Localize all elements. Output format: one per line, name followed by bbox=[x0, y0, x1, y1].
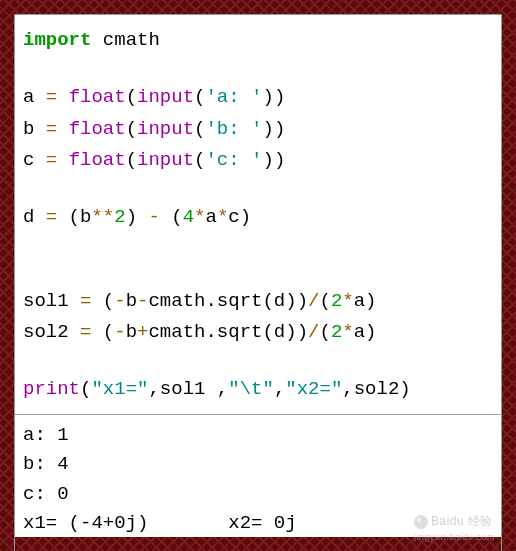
module-cmath: cmath bbox=[91, 29, 159, 51]
blank-line bbox=[23, 234, 493, 260]
output-block: a: 1 b: 4 c: 0 x1= (-4+0j) x2= 0j Baidu … bbox=[14, 415, 502, 551]
code-line-assign-b: b = float(input('b: ')) bbox=[23, 114, 493, 145]
blank-line bbox=[23, 56, 493, 82]
output-a: a: 1 bbox=[23, 421, 493, 450]
output-result: x1= (-4+0j) x2= 0j bbox=[23, 509, 493, 538]
output-b: b: 4 bbox=[23, 450, 493, 479]
code-line-import: import cmath bbox=[23, 25, 493, 56]
keyword-import: import bbox=[23, 29, 91, 51]
code-line-assign-a: a = float(input('a: ')) bbox=[23, 82, 493, 113]
code-line-discriminant: d = (b**2) - (4*a*c) bbox=[23, 202, 493, 233]
code-line-sol1: sol1 = (-b-cmath.sqrt(d))/(2*a) bbox=[23, 286, 493, 317]
blank-line bbox=[23, 260, 493, 286]
blank-line bbox=[23, 176, 493, 202]
blank-line bbox=[23, 348, 493, 374]
code-line-sol2: sol2 = (-b+cmath.sqrt(d))/(2*a) bbox=[23, 317, 493, 348]
document-panel: import cmath a = float(input('a: ')) b =… bbox=[14, 14, 502, 537]
output-c: c: 0 bbox=[23, 480, 493, 509]
code-line-print: print("x1=",sol1 ,"\t","x2=",sol2) bbox=[23, 374, 493, 405]
code-block: import cmath a = float(input('a: ')) b =… bbox=[14, 14, 502, 415]
code-line-assign-c: c = float(input('c: ')) bbox=[23, 145, 493, 176]
